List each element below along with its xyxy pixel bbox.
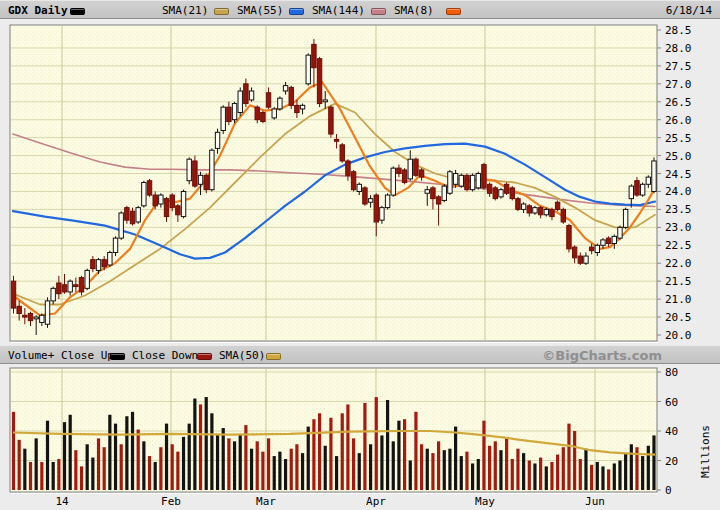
volume-bar bbox=[120, 444, 123, 490]
volume-bar bbox=[414, 412, 417, 490]
volume-bar bbox=[52, 462, 55, 490]
price-panel bbox=[10, 25, 658, 343]
volume-bar bbox=[239, 434, 242, 490]
candlestick bbox=[119, 211, 123, 240]
candlestick bbox=[391, 166, 395, 197]
volume-bar bbox=[12, 412, 15, 490]
volume-bar bbox=[227, 438, 230, 490]
volume-up-swatch bbox=[110, 353, 125, 360]
volume-unit-label: Millions bbox=[699, 425, 712, 478]
volume-bar bbox=[647, 446, 650, 490]
candlestick bbox=[448, 170, 452, 195]
volume-bar bbox=[284, 459, 287, 490]
candlestick bbox=[261, 111, 265, 124]
candlestick bbox=[187, 157, 191, 184]
volume-bar bbox=[63, 422, 66, 490]
volume-bar bbox=[613, 463, 616, 490]
bigcharts-watermark: ©BigCharts.com bbox=[542, 348, 662, 363]
volume-tick-label: 40 bbox=[665, 425, 678, 438]
x-axis-month-label: Mar bbox=[256, 495, 276, 508]
candlestick bbox=[289, 86, 293, 109]
volume-bar bbox=[562, 447, 565, 490]
chart-canvas: 20.020.521.021.522.022.523.023.524.024.5… bbox=[0, 0, 720, 510]
candlestick bbox=[278, 96, 282, 110]
volume-legend-bar: Volume+ Close Up Close Down SMA(50) ©Big… bbox=[0, 345, 720, 364]
volume-bar bbox=[488, 446, 491, 490]
price-tick-label: 22.5 bbox=[665, 239, 692, 252]
volume-bar bbox=[448, 449, 451, 490]
price-tick-label: 24.0 bbox=[665, 185, 692, 198]
volume-bar bbox=[641, 456, 644, 490]
volume-bar bbox=[437, 441, 440, 490]
volume-bar bbox=[420, 444, 423, 490]
price-tick-label: 23.0 bbox=[665, 221, 692, 234]
volume-bar bbox=[494, 441, 497, 490]
candlestick bbox=[544, 208, 548, 217]
volume-bar bbox=[86, 444, 89, 490]
volume-bar bbox=[97, 438, 100, 490]
candlestick bbox=[567, 224, 571, 253]
candlestick bbox=[108, 251, 112, 267]
volume-bar bbox=[545, 466, 548, 490]
price-tick-label: 27.0 bbox=[665, 78, 692, 91]
candlestick bbox=[221, 105, 225, 134]
volume-bar bbox=[250, 449, 253, 490]
candlestick bbox=[516, 197, 520, 211]
price-tick-label: 28.5 bbox=[665, 24, 692, 37]
candlestick bbox=[181, 190, 185, 219]
volume-bar bbox=[290, 449, 293, 490]
candlestick bbox=[533, 206, 537, 215]
volume-bar bbox=[205, 397, 208, 490]
volume-bar bbox=[511, 459, 514, 490]
candlestick bbox=[238, 87, 242, 116]
x-axis-month-label: Jun bbox=[585, 495, 605, 508]
volume-bar bbox=[256, 441, 259, 490]
volume-bar bbox=[380, 435, 383, 490]
candlestick bbox=[329, 105, 333, 137]
volume-bar bbox=[324, 446, 327, 490]
candlestick bbox=[142, 181, 146, 208]
volume-bar bbox=[176, 452, 179, 490]
volume-bar bbox=[522, 453, 525, 490]
volume-bar bbox=[57, 459, 60, 490]
volume-sma-label: SMA(50) bbox=[219, 349, 265, 362]
volume-bar bbox=[352, 438, 355, 490]
candlestick bbox=[363, 186, 367, 206]
volume-bar bbox=[329, 418, 332, 490]
candlestick bbox=[340, 143, 344, 163]
volume-bar bbox=[460, 456, 463, 490]
volume-bar bbox=[222, 428, 225, 490]
candlestick bbox=[504, 183, 508, 196]
price-tick-label: 26.5 bbox=[665, 96, 692, 109]
candlestick bbox=[306, 53, 310, 85]
volume-bar bbox=[335, 456, 338, 490]
x-axis-month-label: 14 bbox=[55, 495, 69, 508]
volume-bar bbox=[193, 399, 196, 490]
volume-bar bbox=[499, 450, 502, 490]
volume-bar bbox=[233, 441, 236, 490]
volume-bar bbox=[301, 453, 304, 490]
volume-bar bbox=[369, 444, 372, 490]
volume-bar bbox=[550, 462, 553, 490]
volume-bar bbox=[137, 430, 140, 490]
volume-bar bbox=[318, 413, 321, 490]
volume-bar bbox=[182, 437, 185, 490]
volume-bar bbox=[295, 444, 298, 490]
candlestick bbox=[510, 186, 514, 200]
volume-bar bbox=[533, 463, 536, 490]
candlestick bbox=[85, 269, 89, 291]
volume-bar bbox=[443, 450, 446, 490]
candlestick bbox=[402, 168, 406, 184]
volume-bar bbox=[307, 427, 310, 490]
x-axis-month-label: Feb bbox=[161, 495, 181, 508]
price-tick-label: 28.0 bbox=[665, 42, 692, 55]
candlestick bbox=[561, 208, 565, 224]
volume-bar bbox=[556, 455, 559, 490]
volume-bar bbox=[652, 435, 655, 490]
volume-bar bbox=[142, 441, 145, 490]
volume-bar bbox=[567, 424, 570, 490]
volume-bar bbox=[590, 465, 593, 490]
candlestick bbox=[476, 172, 480, 190]
candlestick bbox=[351, 170, 355, 192]
volume-bar bbox=[131, 412, 134, 490]
